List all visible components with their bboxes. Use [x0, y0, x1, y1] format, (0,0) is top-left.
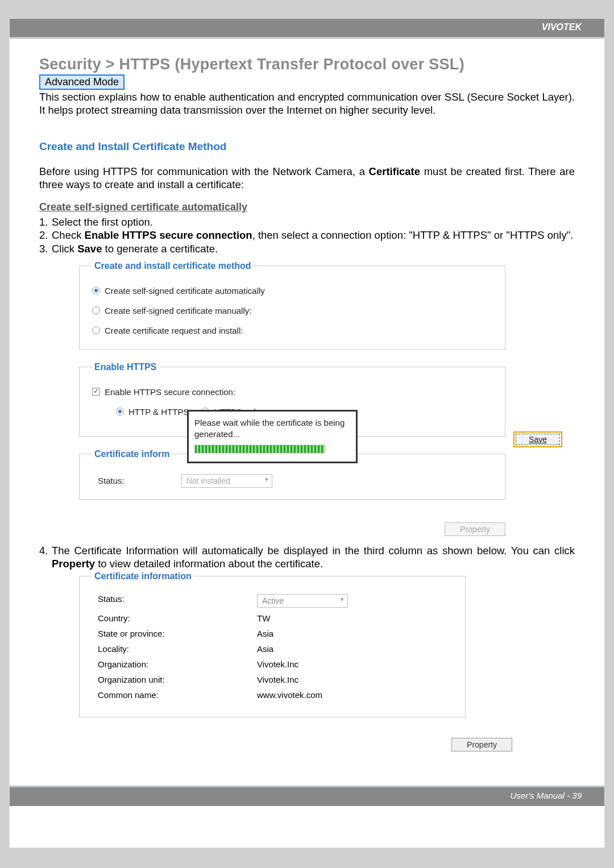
before-pre: Before using HTTPS for communication wit…	[39, 165, 369, 177]
progress-popup: Please wait while the certificate is bei…	[187, 410, 358, 464]
info-key: Organization unit:	[98, 675, 257, 684]
info-row-status: Status: Active	[98, 594, 453, 608]
legend-cert-info-1: Certificate inform	[92, 449, 172, 459]
config-panel-2: Certificate information Status: Active C…	[79, 571, 466, 751]
property-button[interactable]: Property	[451, 738, 512, 751]
step-4-bold: Property	[52, 558, 95, 570]
radio-icon	[92, 306, 100, 314]
step-3-bold: Save	[77, 243, 102, 255]
info-value: Asia	[257, 644, 273, 654]
info-row-country: Country: TW	[98, 613, 453, 623]
info-key: State or province:	[98, 629, 257, 638]
before-text: Before using HTTPS for communication wit…	[39, 165, 575, 191]
before-bold: Certificate	[369, 165, 420, 177]
save-button[interactable]: Save	[513, 431, 562, 447]
checkbox-icon	[92, 388, 100, 396]
step-4-pre: The Certificate Information will automat…	[52, 545, 575, 556]
status-dropdown[interactable]: Not installed	[181, 474, 272, 488]
legend-cert-info-2: Certificate information	[92, 571, 194, 582]
checkbox-enable-https-label: Enable HTTPS secure connection:	[105, 387, 235, 397]
radio-icon	[92, 286, 100, 294]
step-2-bold: Enable HTTPS secure connection	[85, 229, 252, 241]
info-row-org: Organization: Vivotek.Inc	[98, 659, 453, 669]
step-1-text: Select the first option.	[52, 216, 153, 228]
legend-enable-https: Enable HTTPS	[92, 362, 159, 372]
step-4-post: to view detailed information about the c…	[95, 558, 323, 570]
progress-bar	[194, 445, 325, 454]
status-label: Status:	[98, 476, 125, 485]
checkbox-enable-https[interactable]: Enable HTTPS secure connection:	[92, 387, 492, 397]
info-key: Locality:	[98, 644, 257, 654]
radio-icon	[116, 408, 124, 416]
radio-request[interactable]: Create certificate request and install:	[92, 326, 492, 335]
info-key: Organization:	[98, 659, 257, 669]
config-panel-1: Create and install certificate method Cr…	[79, 261, 505, 536]
step-2-pre: Check	[52, 229, 85, 241]
step-3: Click Save to generate a certificate.	[39, 242, 575, 255]
info-key: Country:	[98, 613, 257, 623]
step-2-post: , then select a connection option: "HTTP…	[252, 229, 574, 241]
step-1: Select the first option.	[39, 215, 575, 229]
radio-request-label: Create certificate request and install:	[105, 326, 243, 335]
advanced-mode-badge: Advanced Mode	[39, 74, 125, 90]
step-3-pre: Click	[52, 243, 77, 255]
fieldset-cert-info-2: Certificate information Status: Active C…	[79, 571, 466, 717]
property-button-disabled[interactable]: Property	[445, 522, 505, 536]
section-create-install: Create and Install Certificate Method	[39, 140, 575, 153]
radio-manual[interactable]: Create self-signed certificate manually:	[92, 306, 492, 315]
info-value: Vivotek.Inc	[257, 675, 298, 684]
radio-auto-label: Create self-signed certificate automatic…	[105, 286, 265, 296]
brand-bar: VIVOTEK	[10, 19, 604, 39]
info-key: Status:	[98, 594, 257, 608]
legend-create-method: Create and install certificate method	[92, 261, 254, 271]
step-2: Check Enable HTTPS secure connection, th…	[39, 229, 575, 242]
info-value: Vivotek.Inc	[257, 659, 298, 669]
info-value: Asia	[257, 629, 273, 638]
info-value: TW	[257, 613, 270, 623]
page-footer: User's Manual - 39	[10, 786, 604, 806]
radio-manual-label: Create self-signed certificate manually:	[105, 306, 251, 315]
intro-text: This section explains how to enable auth…	[39, 91, 575, 117]
info-row-locality: Locality: Asia	[98, 644, 453, 654]
info-row-common-name: Common name: www.vivotek.com	[98, 690, 453, 700]
radio-icon	[92, 326, 100, 334]
step-3-post: to generate a certificate.	[102, 243, 218, 255]
fieldset-create-method: Create and install certificate method Cr…	[79, 261, 505, 350]
subhead-auto: Create self-signed certificate automatic…	[39, 201, 575, 213]
popup-message: Please wait while the certificate is bei…	[194, 417, 350, 441]
info-row-state: State or province: Asia	[98, 629, 453, 638]
info-key: Common name:	[98, 690, 257, 700]
radio-auto[interactable]: Create self-signed certificate automatic…	[92, 286, 492, 296]
radio-http-https-label: HTTP & HTTPS	[128, 407, 189, 417]
radio-http-https[interactable]: HTTP & HTTPS	[116, 407, 189, 417]
step-4: The Certificate Information will automat…	[39, 544, 575, 570]
info-value: www.vivotek.com	[257, 690, 322, 700]
page-title: Security > HTTPS (Hypertext Transfer Pro…	[39, 56, 575, 73]
info-row-org-unit: Organization unit: Vivotek.Inc	[98, 675, 453, 684]
save-button-label: Save	[516, 434, 560, 445]
status-dropdown-active[interactable]: Active	[257, 594, 348, 608]
